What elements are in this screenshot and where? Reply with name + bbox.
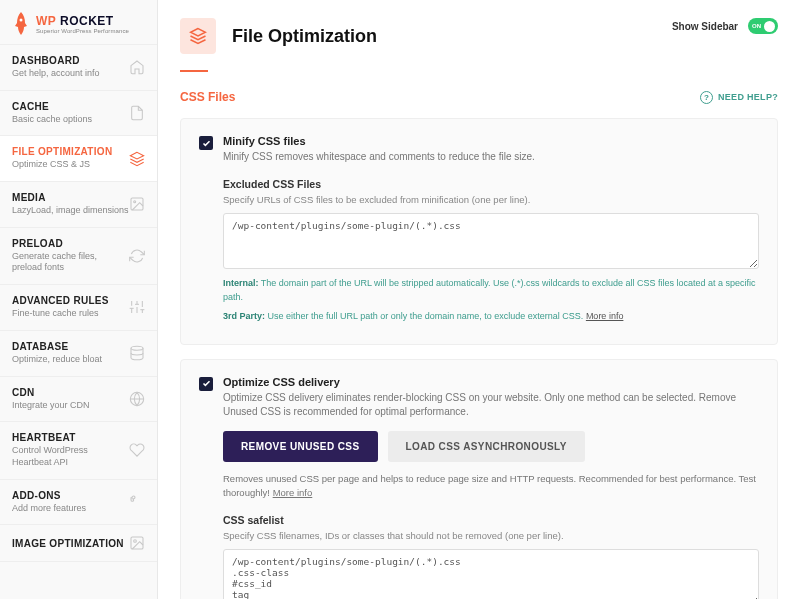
- hint-internal: Internal: The domain part of the URL wil…: [223, 277, 759, 304]
- puzzle-icon: [129, 494, 145, 510]
- minify-title: Minify CSS files: [223, 135, 759, 147]
- home-icon: [129, 59, 145, 75]
- optimize-note: Removes unused CSS per page and helps to…: [223, 472, 759, 501]
- database-icon: [129, 345, 145, 361]
- sliders-icon: [129, 299, 145, 315]
- globe-icon: [129, 391, 145, 407]
- layers-icon: [129, 151, 145, 167]
- excluded-desc: Specify URLs of CSS files to be excluded…: [223, 194, 759, 205]
- more-info-link[interactable]: More info: [586, 311, 624, 321]
- layers-icon: [180, 18, 216, 54]
- sidebar-item-dashboard[interactable]: DASHBOARDGet help, account info: [0, 44, 157, 91]
- file-icon: [129, 105, 145, 121]
- need-help-link[interactable]: ? NEED HELP?: [700, 91, 778, 104]
- optimize-checkbox[interactable]: [199, 377, 213, 391]
- sidebar-item-cdn[interactable]: CDNIntegrate your CDN: [0, 377, 157, 423]
- sidebar-item-media[interactable]: MEDIALazyLoad, image dimensions: [0, 182, 157, 228]
- main: File Optimization Show Sidebar ON CSS Fi…: [158, 0, 800, 599]
- help-icon: ?: [700, 91, 713, 104]
- more-info-link[interactable]: More info: [273, 487, 313, 498]
- excluded-title: Excluded CSS Files: [223, 178, 759, 190]
- picture-icon: [129, 535, 145, 551]
- nav: DASHBOARDGet help, account infoCACHEBasi…: [0, 44, 157, 562]
- load-async-button[interactable]: LOAD CSS ASYNCHRONOUSLY: [388, 431, 585, 462]
- optimize-title: Optimize CSS delivery: [223, 376, 759, 388]
- safelist-desc: Specify CSS filenames, IDs or classes th…: [223, 530, 759, 541]
- image-icon: [129, 196, 145, 212]
- sidebar-item-add-ons[interactable]: ADD-ONSAdd more features: [0, 480, 157, 526]
- page-title: File Optimization: [232, 26, 377, 47]
- minify-checkbox[interactable]: [199, 136, 213, 150]
- excluded-css-textarea[interactable]: [223, 213, 759, 269]
- sidebar-item-image-optimization[interactable]: IMAGE OPTIMIZATION: [0, 525, 157, 562]
- svg-point-0: [20, 19, 23, 22]
- svg-point-13: [131, 346, 143, 350]
- header: File Optimization Show Sidebar ON: [158, 0, 800, 54]
- heart-icon: [129, 442, 145, 458]
- sidebar: WP ROCKET Superior WordPress Performance…: [0, 0, 158, 599]
- optimize-card: Optimize CSS delivery Optimize CSS deliv…: [180, 359, 778, 600]
- svg-marker-18: [191, 29, 206, 37]
- sidebar-item-heartbeat[interactable]: HEARTBEATControl WordPress Heartbeat API: [0, 422, 157, 479]
- refresh-icon: [129, 248, 145, 264]
- sidebar-item-preload[interactable]: PRELOADGenerate cache files, preload fon…: [0, 228, 157, 285]
- sidebar-item-cache[interactable]: CACHEBasic cache options: [0, 91, 157, 137]
- minify-card: Minify CSS files Minify CSS removes whit…: [180, 118, 778, 345]
- sidebar-item-file-optimization[interactable]: FILE OPTIMIZATIONOptimize CSS & JS: [0, 136, 157, 182]
- show-sidebar-label: Show Sidebar: [672, 21, 738, 32]
- optimize-desc: Optimize CSS delivery eliminates render-…: [223, 391, 759, 419]
- svg-point-3: [134, 201, 136, 203]
- hint-3rdparty: 3rd Party: Use either the full URL path …: [223, 310, 759, 324]
- remove-unused-css-button[interactable]: REMOVE UNUSED CSS: [223, 431, 378, 462]
- rocket-icon: [12, 12, 30, 36]
- safelist-textarea[interactable]: [223, 549, 759, 599]
- logo: WP ROCKET Superior WordPress Performance: [0, 0, 157, 44]
- svg-point-17: [134, 540, 137, 543]
- sidebar-item-advanced-rules[interactable]: ADVANCED RULESFine-tune cache rules: [0, 285, 157, 331]
- minify-desc: Minify CSS removes whitespace and commen…: [223, 150, 759, 164]
- section-title: CSS Files: [180, 90, 235, 104]
- safelist-title: CSS safelist: [223, 514, 759, 526]
- sidebar-item-database[interactable]: DATABASEOptimize, reduce bloat: [0, 331, 157, 377]
- show-sidebar-toggle[interactable]: ON: [748, 18, 778, 34]
- svg-marker-1: [130, 152, 143, 159]
